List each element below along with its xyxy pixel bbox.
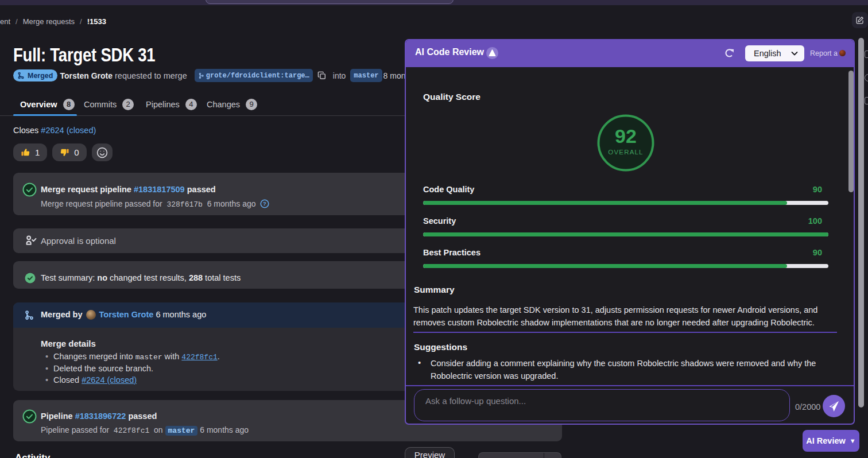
svg-text:92: 92 xyxy=(615,125,637,147)
svg-text:OVERALL: OVERALL xyxy=(608,149,643,156)
svg-text:?: ? xyxy=(263,200,266,207)
